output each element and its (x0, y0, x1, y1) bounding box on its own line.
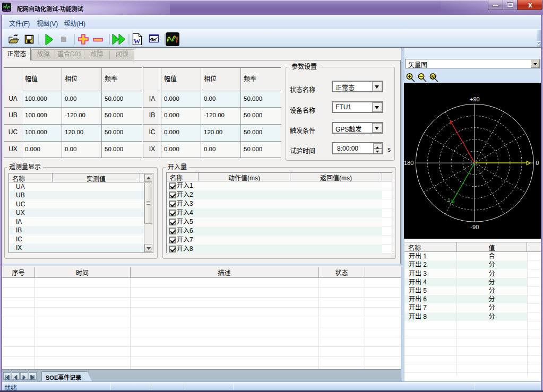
svg-text:W: W (134, 37, 141, 45)
svg-text:1: 1 (447, 197, 450, 203)
svg-text:-90: -90 (470, 224, 479, 230)
svg-text:N: N (432, 74, 435, 80)
svg-text:180: 180 (404, 160, 413, 166)
svg-text:+90: +90 (470, 96, 480, 102)
svg-text:0: 0 (536, 160, 539, 166)
